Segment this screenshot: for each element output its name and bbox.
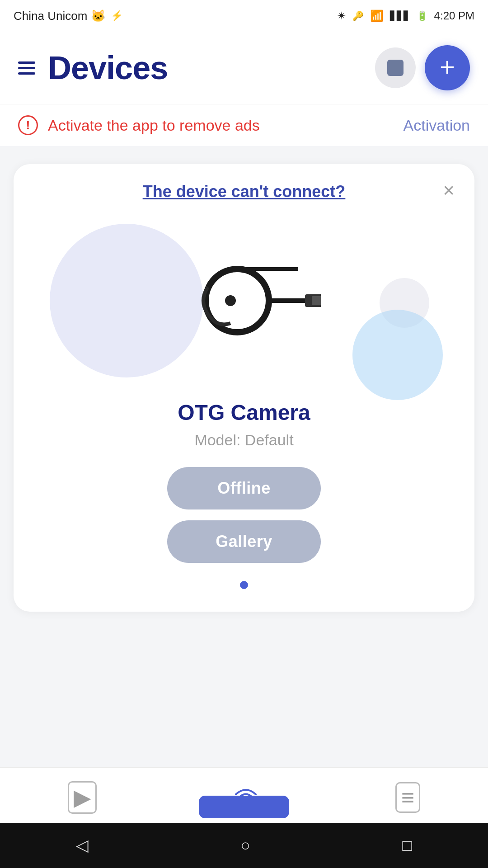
header-right: +: [375, 45, 470, 90]
device-model: Model: Default: [32, 431, 456, 449]
home-button[interactable]: ○: [240, 836, 250, 855]
circle-bg-blue: [352, 310, 443, 400]
nav-item-menu[interactable]: ≡: [386, 778, 429, 817]
main-content: × The device can't connect?: [0, 146, 488, 630]
gallery-button[interactable]: Gallery: [167, 520, 321, 563]
android-navbar: ◁ ○ □: [0, 823, 488, 868]
svg-point-5: [225, 295, 236, 306]
time-text: 4:20 PM: [434, 9, 474, 22]
bottom-action-hint[interactable]: [199, 796, 289, 818]
play-icon: ▶: [68, 781, 97, 814]
cable-image: [167, 251, 321, 350]
header-left: Devices: [18, 49, 168, 86]
pagination-dot-active: [240, 581, 248, 589]
ad-banner-left: ! Activate the app to remove ads: [18, 115, 260, 135]
device-name: OTG Camera: [32, 400, 456, 425]
battery-icon: 🔋: [417, 10, 428, 21]
wifi-icon: 📶: [370, 9, 384, 22]
hamburger-icon[interactable]: [18, 61, 35, 75]
square-icon: [387, 60, 404, 76]
usb-icon: ⚡: [111, 10, 123, 22]
signal-icon: ▋▋▋: [390, 10, 410, 21]
menu-icon: ≡: [395, 782, 420, 813]
status-right: ✴ 🔑 📶 ▋▋▋ 🔋 4:20 PM: [337, 9, 474, 22]
ad-banner: ! Activate the app to remove ads Activat…: [0, 104, 488, 146]
device-card: × The device can't connect?: [14, 164, 474, 612]
nav-item-play[interactable]: ▶: [59, 777, 106, 818]
cant-connect-link[interactable]: The device can't connect?: [32, 182, 456, 201]
warning-icon: !: [18, 115, 38, 135]
activation-link[interactable]: Activation: [404, 117, 470, 134]
status-bar: China Unicom 🐱 ⚡ ✴ 🔑 📶 ▋▋▋ 🔋 4:20 PM: [0, 0, 488, 32]
carrier-text: China Unicom 🐱: [14, 9, 105, 23]
header: Devices +: [0, 32, 488, 104]
close-button[interactable]: ×: [443, 180, 455, 200]
device-image-area: [32, 215, 456, 387]
page-title: Devices: [48, 49, 168, 86]
plus-icon: +: [440, 54, 455, 80]
bluetooth-icon: ✴: [337, 9, 346, 22]
add-device-button[interactable]: +: [425, 45, 470, 90]
offline-button[interactable]: Offline: [167, 467, 321, 509]
pagination-dots: [32, 581, 456, 589]
ad-message: Activate the app to remove ads: [48, 117, 260, 134]
view-toggle-button[interactable]: [375, 47, 416, 88]
status-left: China Unicom 🐱 ⚡: [14, 9, 123, 23]
svg-rect-3: [312, 296, 321, 305]
recents-button[interactable]: □: [402, 836, 412, 855]
key-icon: 🔑: [352, 10, 364, 21]
back-button[interactable]: ◁: [76, 836, 89, 855]
